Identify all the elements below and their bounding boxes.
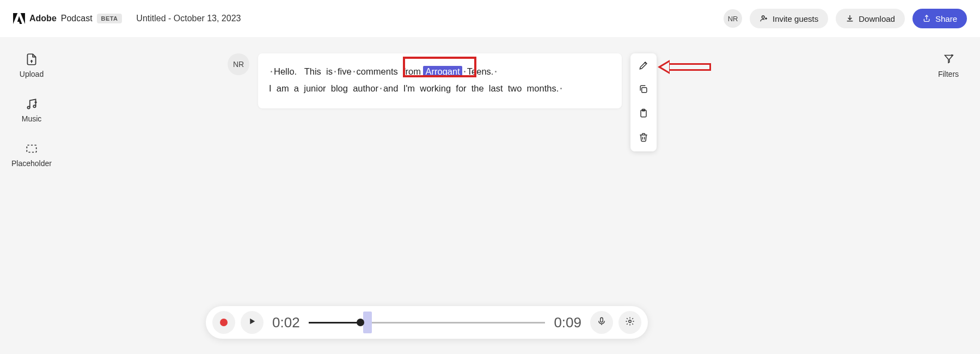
share-icon (922, 14, 931, 23)
pencil-icon (638, 60, 649, 73)
word[interactable]: junior (304, 83, 326, 93)
clipboard-icon (638, 108, 649, 121)
transcript-block: NR Hello. This isfivecomments from Arrog… (228, 53, 622, 108)
word[interactable]: author (353, 83, 378, 93)
svg-rect-7 (601, 318, 603, 322)
word[interactable]: five (338, 66, 352, 76)
download-icon (846, 14, 854, 23)
word[interactable]: and (383, 83, 399, 93)
invite-label: Invite guests (773, 14, 818, 23)
user-avatar[interactable]: NR (724, 9, 742, 28)
filters-button[interactable]: Filters (938, 52, 959, 78)
upload-label: Upload (20, 70, 44, 78)
microphone-icon (597, 316, 607, 328)
selection-marker[interactable] (363, 312, 372, 333)
play-icon (247, 316, 257, 328)
word[interactable]: Teens. (467, 66, 494, 76)
person-plus-icon (759, 14, 768, 23)
download-label: Download (859, 14, 895, 23)
word[interactable]: blog (331, 83, 348, 93)
seek-track[interactable] (309, 312, 546, 333)
gear-icon (625, 316, 635, 328)
svg-rect-4 (642, 88, 647, 93)
track-remaining (360, 322, 545, 324)
word[interactable]: working (420, 83, 451, 93)
pause-dot-icon (464, 71, 465, 72)
pause-dot-icon (495, 71, 497, 72)
music-label: Music (22, 114, 42, 123)
svg-point-2 (33, 105, 35, 107)
transcript-line-2[interactable]: I am a junior blog authorand I'm working… (269, 80, 610, 97)
word-highlighted[interactable]: Arrogant (423, 66, 462, 77)
delete-button[interactable] (636, 131, 651, 146)
placeholder-icon (24, 142, 39, 156)
edit-button[interactable] (636, 59, 651, 74)
app-header: Adobe Podcast BETA Untitled - October 13… (0, 0, 980, 37)
copy-button[interactable] (636, 83, 651, 98)
pause-dot-icon (560, 88, 562, 89)
share-button[interactable]: Share (912, 9, 967, 28)
beta-badge: BETA (97, 14, 122, 23)
word[interactable]: comments (357, 66, 398, 76)
pause-dot-icon (353, 71, 355, 72)
svg-point-8 (629, 320, 632, 323)
word[interactable]: two (508, 83, 522, 93)
play-button[interactable] (241, 311, 264, 334)
player-bar: 0:02 0:09 (206, 306, 648, 339)
brand-bold: Adobe (29, 14, 57, 23)
word[interactable]: for (456, 83, 466, 93)
invite-guests-button[interactable]: Invite guests (750, 9, 828, 28)
header-actions: NR Invite guests Download Share (724, 9, 967, 28)
left-rail: Upload Music Placeholder (0, 52, 63, 168)
word[interactable]: This (304, 66, 321, 76)
word[interactable]: I (269, 83, 272, 93)
adobe-logo-icon (13, 13, 25, 24)
pause-dot-icon (334, 71, 336, 72)
word[interactable]: a (294, 83, 299, 93)
filters-icon (941, 52, 955, 66)
upload-icon (24, 52, 39, 66)
pause-dot-icon (380, 88, 382, 89)
brand-group: Adobe Podcast BETA (13, 13, 122, 24)
settings-button[interactable] (618, 311, 641, 334)
total-time: 0:09 (554, 314, 581, 331)
record-button[interactable] (212, 311, 235, 334)
word[interactable]: am (277, 83, 289, 93)
placeholder-label: Placeholder (11, 159, 52, 168)
current-time: 0:02 (272, 314, 300, 331)
track-played (309, 322, 361, 324)
word[interactable]: last (489, 83, 503, 93)
word[interactable]: from (403, 66, 421, 76)
pause-dot-icon (271, 71, 272, 72)
context-action-panel (630, 53, 657, 151)
placeholder-button[interactable]: Placeholder (11, 142, 52, 168)
record-icon (220, 319, 228, 326)
svg-point-1 (27, 106, 29, 108)
transcript-line-1[interactable]: Hello. This isfivecomments from Arrogant… (269, 63, 610, 80)
word[interactable]: is (326, 66, 333, 76)
clipboard-button[interactable] (636, 107, 651, 122)
filters-label: Filters (938, 70, 959, 78)
brand-sub: Podcast (61, 14, 93, 23)
word[interactable]: the (471, 83, 484, 93)
playhead-knob[interactable] (357, 319, 364, 326)
svg-rect-3 (27, 145, 36, 152)
word[interactable]: months. (527, 83, 559, 93)
document-title[interactable]: Untitled - October 13, 2023 (136, 14, 241, 23)
annotation-arrow (658, 59, 712, 74)
download-button[interactable]: Download (836, 9, 905, 28)
word[interactable]: I'm (403, 83, 415, 93)
speaker-avatar[interactable]: NR (228, 53, 249, 75)
transcript-card[interactable]: Hello. This isfivecomments from Arrogant… (258, 53, 622, 108)
copy-icon (638, 84, 649, 97)
svg-point-0 (762, 16, 764, 19)
workspace: Upload Music Placeholder Filters NR (0, 37, 980, 354)
microphone-button[interactable] (590, 311, 613, 334)
music-icon (24, 97, 39, 111)
word[interactable]: Hello. (274, 66, 297, 76)
upload-button[interactable]: Upload (20, 52, 44, 78)
share-label: Share (935, 14, 957, 23)
music-button[interactable]: Music (22, 97, 42, 123)
right-rail: Filters (917, 52, 980, 78)
trash-icon (638, 132, 649, 145)
